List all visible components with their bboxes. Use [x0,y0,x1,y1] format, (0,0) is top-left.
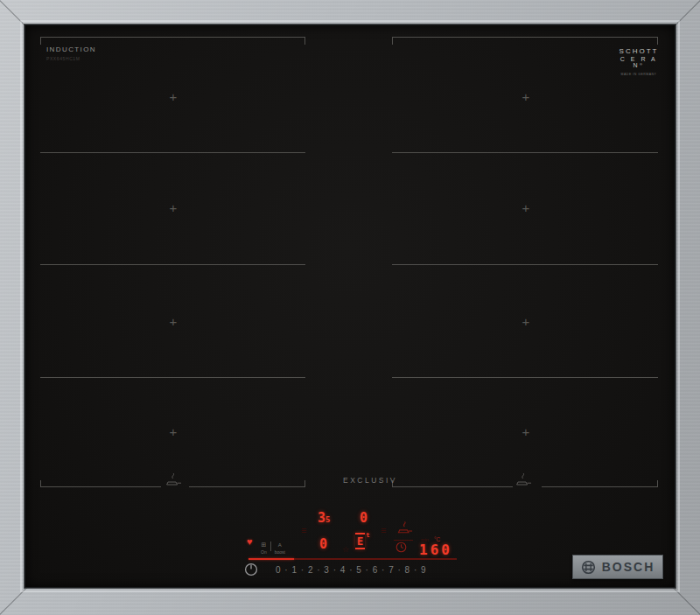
series-label: EXCLUSIV [330,476,410,485]
right-zone-divider-2 [392,264,658,265]
aux-divider [270,542,271,551]
boost-label: boost [275,550,285,555]
boost-icon: A [278,542,282,549]
zone-center-marker[interactable]: + [164,313,182,331]
induction-label: INDUCTION [46,45,96,53]
star-icon: ☆ [342,545,349,554]
left-zone-divider-2 [40,264,305,265]
brand-name: BOSCH [602,560,655,574]
schott-line1: SCHOTT [615,47,662,55]
flex-bars-icon: ≡ [301,526,306,535]
zone2-power-display: 0 [360,510,368,526]
left-zone-divider-1 [40,152,305,153]
aux-grid-icon: ⊞ [261,542,266,549]
model-number: PXX645HC1M [46,56,80,61]
aux-on-label: On [261,550,267,555]
zone3-power-display: 0 [319,536,327,552]
right-zone-top-outline [392,37,658,44]
right-zone-divider-1 [392,152,658,153]
power-level-selector[interactable]: 0 · 1 · 2 · 3 · 4 · 5 · 6 · 7 · 8 · 9 [276,565,459,575]
induction-hob: + + + + + + + + INDUCTION PXX645HC1M SCH… [0,0,700,615]
power-slider-track[interactable] [248,558,457,560]
zone-center-marker[interactable]: + [164,88,182,106]
schott-ceran-logo: SCHOTT C E R A N® MADE IN GERMANY [615,47,662,76]
brand-plate: BOSCH [572,555,663,579]
zone-center-marker[interactable]: + [164,423,182,441]
pan-steam-icon [514,472,533,487]
frame-miter-bottom-right [673,587,700,615]
aux-legend: ⊞ On A boost [261,542,285,555]
frame-miter-bottom-left [0,587,27,615]
power-icon[interactable] [244,563,258,577]
zone-center-marker[interactable]: + [517,423,535,441]
left-zone-top-outline [40,37,305,44]
zone-center-marker[interactable]: + [517,199,535,217]
zone-center-marker[interactable]: + [164,199,182,217]
bosch-logo-icon [581,560,596,575]
clock-icon [396,542,407,553]
fry-divider-line [394,540,413,541]
flex-bars-icon: ≡ [381,526,386,535]
heart-indicator-icon: ♥ [247,536,253,547]
frame-miter-top-right [673,0,700,28]
schott-line2: C E R A N® [615,56,662,68]
temperature-display: 160 [419,542,452,558]
frying-sensor-icon [396,521,414,535]
schott-subtext: MADE IN GERMANY [615,73,662,76]
zone-center-marker[interactable]: + [517,88,535,106]
transfer-indicator-display: Et [355,532,369,549]
pan-steam-icon [164,472,183,487]
zone1-power-display: 35 [318,510,330,526]
right-zone-divider-3 [392,377,658,378]
frame-miter-top-left [0,0,27,28]
zone-center-marker[interactable]: + [517,313,535,331]
ceramic-glass-surface: + + + + + + + + INDUCTION PXX645HC1M SCH… [24,24,676,588]
left-zone-divider-3 [40,377,305,378]
